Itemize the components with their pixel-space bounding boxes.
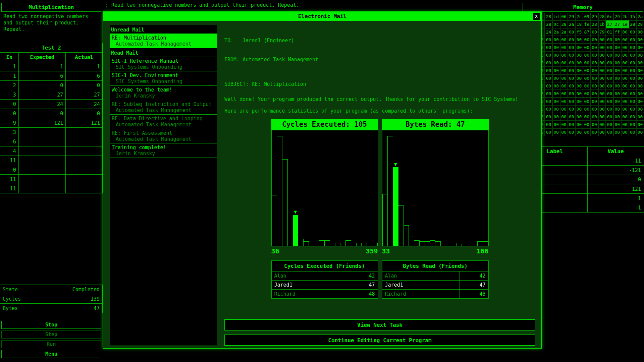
memory-cell: 00 bbox=[636, 51, 644, 59]
mail-subject-line: SUBJECT: RE: Multiplication bbox=[224, 81, 535, 87]
memory-cell: 00 bbox=[629, 90, 637, 98]
memory-cell: 00 bbox=[636, 113, 644, 121]
memory-cell: 24 bbox=[545, 28, 552, 36]
memory-cell: 00 bbox=[560, 90, 568, 98]
mail-item[interactable]: RE: First AssessmentAutomated Task Manag… bbox=[110, 129, 217, 143]
close-icon[interactable]: X bbox=[533, 13, 540, 20]
mail-item[interactable]: SIC-1 Reference ManualSIC Systems Onboar… bbox=[110, 57, 217, 71]
memory-cell: 00 bbox=[606, 90, 613, 98]
state-table-body: StateCompletedCycles139Bytes47 bbox=[0, 285, 103, 313]
memory-cell: 00 bbox=[621, 51, 629, 59]
test-cell: 121 bbox=[18, 118, 66, 128]
test-table-header-row: In Expected Actual bbox=[0, 53, 103, 62]
state-row: Cycles139 bbox=[0, 294, 103, 304]
memory-cell: 2c bbox=[575, 13, 583, 20]
memory-cell: 00 bbox=[629, 82, 637, 90]
memory-cell: 00 bbox=[598, 59, 606, 67]
mail-item-sender: Jerin Kransky bbox=[112, 93, 215, 99]
histogram-bar bbox=[435, 241, 441, 246]
memory-cell: 00 bbox=[575, 67, 583, 74]
description-line: Repeat. bbox=[3, 26, 88, 33]
histogram-bar: ▼ bbox=[293, 215, 299, 246]
memory-cell: 00 bbox=[583, 90, 591, 98]
friend-name: Richard bbox=[271, 290, 349, 299]
memory-cell: 00 bbox=[621, 44, 629, 51]
test-cell bbox=[66, 156, 103, 165]
menu-button[interactable]: Menu bbox=[1, 350, 101, 358]
mail-item-title: SIC-1 Dev. Environment bbox=[112, 72, 215, 78]
memory-cell: 00 bbox=[568, 98, 576, 105]
memory-cell: 00 bbox=[591, 51, 598, 59]
memory-cell: 28 bbox=[591, 20, 598, 28]
sic1-app: ; Read two nonnegative numbers and outpu… bbox=[0, 0, 644, 362]
memory-cell: 00 bbox=[591, 105, 598, 113]
test-cell: 1 bbox=[66, 62, 103, 71]
memory-cell: 00 bbox=[552, 128, 560, 136]
mail-item[interactable]: RE: MultiplicationAutomated Task Managem… bbox=[110, 34, 217, 48]
histogram-bar bbox=[340, 243, 346, 246]
memory-cell: 00 bbox=[621, 59, 629, 67]
memory-cell: 00 bbox=[591, 90, 598, 98]
friend-name: Alan bbox=[382, 272, 460, 281]
chart-axis: 33166 bbox=[382, 247, 489, 255]
memory-cell: 00 bbox=[591, 74, 598, 82]
memory-cell: 00 bbox=[613, 51, 621, 59]
col-header-in: In bbox=[0, 53, 19, 62]
test-cell: 11 bbox=[0, 175, 19, 184]
stop-button[interactable]: Stop bbox=[1, 321, 101, 329]
friend-score: 48 bbox=[349, 290, 378, 299]
memory-cell: 00 bbox=[598, 113, 606, 121]
memory-cell: 00 bbox=[545, 59, 552, 67]
test-cell: 3 bbox=[0, 128, 19, 137]
friends-table: Bytes Read (Friends)Alan42Jared147Richar… bbox=[382, 260, 489, 299]
histogram-bar: ▼ bbox=[393, 167, 398, 246]
step-button[interactable]: Step bbox=[1, 330, 101, 339]
mail-item[interactable]: RE: Data Directive and LoopingAutomated … bbox=[110, 114, 217, 129]
memory-cell: 2a bbox=[568, 20, 576, 28]
memory-cell: 00 bbox=[606, 113, 613, 121]
mail-to-line: TO: Jared1 (Engineer) bbox=[224, 38, 535, 44]
friends-tables-row: Cycles Executed (Friends)Alan42Jared147R… bbox=[224, 260, 535, 299]
memory-cell: 28 bbox=[560, 20, 568, 28]
memory-cell: 00 bbox=[598, 90, 606, 98]
friend-score: 48 bbox=[460, 290, 488, 299]
memory-cell: 00 bbox=[568, 105, 576, 113]
editor-code-line: ; Read two nonnegative numbers and outpu… bbox=[105, 2, 299, 8]
test-cell: 1 bbox=[18, 62, 66, 71]
memory-cell: 15 bbox=[629, 13, 637, 20]
memory-cell: 06 bbox=[560, 13, 568, 20]
description-line: and output their product. bbox=[3, 20, 88, 26]
mail-item[interactable]: RE: Subleq Instruction and OutputAutomat… bbox=[110, 100, 217, 115]
mail-item-sender: Automated Task Management bbox=[112, 41, 215, 47]
test-cell bbox=[66, 165, 103, 175]
histogram-bar bbox=[477, 241, 483, 246]
memory-cell: 00 bbox=[606, 105, 613, 113]
memory-cell: 00 bbox=[621, 67, 629, 74]
memory-cell: 00 bbox=[583, 121, 591, 128]
mail-window-body: Unread Mail RE: MultiplicationAutomated … bbox=[103, 21, 541, 349]
memory-cell: 00 bbox=[621, 36, 629, 44]
memory-cell: 00 bbox=[552, 113, 560, 121]
mail-list: Unread Mail RE: MultiplicationAutomated … bbox=[110, 25, 217, 346]
friend-row: Richard48 bbox=[271, 290, 378, 299]
chart-plot: ▼ bbox=[382, 130, 489, 246]
test-cell bbox=[66, 175, 103, 184]
memory-cell: 28 bbox=[629, 20, 637, 28]
mail-item[interactable]: Welcome to the team!Jerin Kransky bbox=[110, 85, 217, 100]
memory-cell: 00 bbox=[568, 82, 576, 90]
memory-cell: 2a bbox=[560, 28, 568, 36]
test-cell bbox=[66, 184, 103, 193]
memory-cell: 00 bbox=[613, 121, 621, 128]
memory-cell: 00 bbox=[629, 44, 637, 51]
memory-cell: 00 bbox=[545, 67, 552, 74]
view-next-task-button[interactable]: View Next Task bbox=[224, 319, 535, 330]
mail-item[interactable]: Training complete!Jerin Kransky bbox=[110, 143, 217, 158]
mail-item[interactable]: SIC-1 Dev. EnvironmentSIC Systems Onboar… bbox=[110, 71, 217, 86]
histogram-bar bbox=[298, 239, 304, 246]
memory-cell: 27 bbox=[606, 20, 613, 28]
memory-cell: 00 bbox=[552, 44, 560, 51]
run-button[interactable]: Run bbox=[1, 340, 101, 348]
mail-item-title: RE: Multiplication bbox=[112, 35, 215, 41]
continue-editing-button[interactable]: Continue Editing Current Program bbox=[224, 335, 535, 346]
test-cell: 2 bbox=[0, 81, 19, 90]
